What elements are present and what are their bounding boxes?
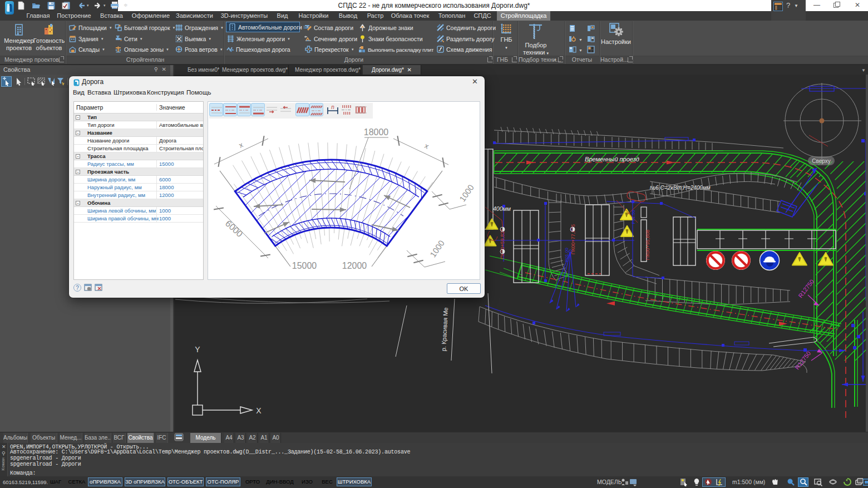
svg-text:ПК00+59,825: ПК00+59,825: [500, 229, 505, 259]
svg-text:Временный проезд: Временный проезд: [585, 156, 639, 162]
svg-text:18000: 18000: [364, 127, 389, 137]
svg-text:12000: 12000: [342, 261, 367, 270]
svg-text:400мм: 400мм: [493, 205, 511, 212]
svg-text:x: x: [423, 141, 431, 151]
svg-text:Сверху: Сверху: [812, 158, 830, 164]
svg-text:ПК00+95,608: ПК00+95,608: [645, 230, 650, 260]
svg-text:x: x: [238, 140, 245, 150]
svg-text:Р01.00: Р01.00: [564, 248, 569, 262]
svg-text:Y: Y: [195, 345, 200, 354]
svg-text:X: X: [256, 406, 262, 415]
svg-text:1000: 1000: [457, 183, 476, 203]
svg-text:15000: 15000: [292, 261, 317, 270]
svg-text:1000: 1000: [428, 238, 446, 259]
svg-text:6000: 6000: [224, 219, 245, 239]
svg-text:Р01.50: Р01.50: [631, 210, 636, 224]
